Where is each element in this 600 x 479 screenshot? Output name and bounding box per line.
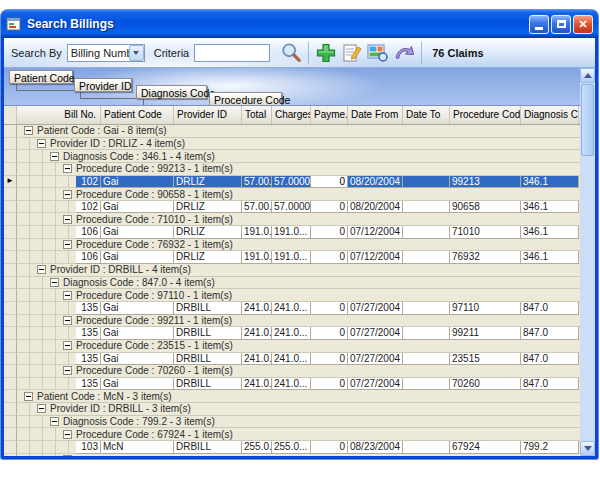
cell-date_from[interactable]: 08/20/2004 (348, 176, 403, 189)
cell-date_to[interactable] (403, 226, 450, 239)
group-row[interactable]: Provider ID : DRBILL - 4 item(s) (4, 264, 580, 277)
group-row[interactable]: Procedure Code : 23515 - 1 item(s) (4, 340, 580, 353)
cell-procedure_code[interactable]: 23515 (450, 353, 521, 366)
table-row[interactable]: ►102GaiDRLIZ57.00...57.0000008/20/200499… (4, 176, 580, 189)
cell-diagnosis_code[interactable]: 346.1 (521, 226, 579, 239)
cell-diagnosis_code[interactable]: 847.0 (521, 327, 579, 340)
column-header-provider_id[interactable]: Provider ID (174, 106, 242, 124)
cell-total[interactable]: 241.0... (242, 327, 272, 340)
row-indicator[interactable] (4, 340, 17, 353)
cell-date_from[interactable]: 08/20/2004 (348, 201, 403, 214)
group-row[interactable]: Procedure Code : 99211 - 1 item(s) (4, 315, 580, 328)
cell-date_from[interactable]: 08/23/2004 (348, 441, 403, 454)
group-row-band[interactable]: Provider ID : DRBILL - 4 item(s) (37, 264, 580, 277)
table-row[interactable]: 106GaiDRLIZ191.0...191.0...007/12/200476… (4, 251, 580, 264)
cell-procedure_code[interactable]: 97110 (450, 302, 521, 315)
cell-payment[interactable]: 0 (311, 353, 348, 366)
collapse-icon[interactable] (50, 417, 59, 426)
cell-date_to[interactable] (403, 353, 450, 366)
group-box-procedure-code[interactable]: Procedure Code (209, 92, 282, 106)
cell-procedure_code[interactable]: 76932 (450, 251, 521, 264)
cell-patient_code[interactable]: Gai (101, 353, 174, 366)
column-header-total[interactable]: Total (242, 106, 272, 124)
collapse-icon[interactable] (50, 152, 59, 161)
row-indicator[interactable] (4, 201, 17, 214)
cell-procedure_code[interactable]: 70260 (450, 378, 521, 391)
cell-charges[interactable]: 241.0... (272, 378, 311, 391)
row-indicator[interactable] (4, 251, 17, 264)
group-row[interactable]: Diagnosis Code : 346.1 - 4 item(s) (4, 150, 580, 163)
criteria-input[interactable] (194, 44, 270, 62)
collapse-icon[interactable] (37, 404, 46, 413)
cell-date_from[interactable]: 07/27/2004 (348, 302, 403, 315)
table-row[interactable]: 135GaiDRBILL241.0...241.0...007/27/20047… (4, 378, 580, 391)
cell-procedure_code[interactable]: 71010 (450, 226, 521, 239)
cell-date_to[interactable] (403, 176, 450, 189)
collapse-icon[interactable] (37, 139, 46, 148)
collapse-icon[interactable] (24, 126, 33, 135)
vertical-scrollbar[interactable] (580, 68, 595, 456)
search-by-dropdown[interactable]: Billing Number (67, 44, 145, 62)
post-claims-button[interactable] (391, 41, 417, 65)
row-indicator[interactable] (4, 416, 17, 429)
cell-bill_no[interactable]: 102 (76, 201, 101, 214)
cell-procedure_code[interactable]: 99213 (450, 176, 521, 189)
group-row[interactable]: Procedure Code : 76932 - 1 item(s) (4, 239, 580, 252)
cell-date_from[interactable]: 07/12/2004 (348, 226, 403, 239)
group-row[interactable]: Procedure Code : 99213 - 1 item(s) (4, 163, 580, 176)
group-row[interactable] (4, 454, 580, 456)
group-row[interactable]: Patient Code : Gai - 8 item(s) (4, 125, 580, 138)
cell-payment[interactable]: 0 (311, 302, 348, 315)
row-indicator[interactable] (4, 390, 17, 403)
group-row[interactable]: Procedure Code : 70260 - 1 item(s) (4, 365, 580, 378)
cell-diagnosis_code[interactable]: 847.0 (521, 353, 579, 366)
group-row-band[interactable]: Procedure Code : 97110 - 1 item(s) (63, 289, 580, 302)
cell-provider_id[interactable]: DRLIZ (174, 201, 242, 214)
row-indicator[interactable] (4, 403, 17, 416)
cell-patient_code[interactable]: Gai (101, 226, 174, 239)
dropdown-button[interactable] (129, 45, 144, 61)
cell-date_to[interactable] (403, 251, 450, 264)
cell-date_from[interactable]: 07/27/2004 (348, 353, 403, 366)
cell-patient_code[interactable]: Gai (101, 302, 174, 315)
cell-bill_no[interactable]: 135 (76, 302, 101, 315)
row-indicator[interactable] (4, 289, 17, 302)
cell-date_to[interactable] (403, 378, 450, 391)
search-button[interactable] (278, 41, 304, 65)
cell-bill_no[interactable]: 135 (76, 378, 101, 391)
group-row-band[interactable]: Procedure Code : 70260 - 1 item(s) (63, 365, 580, 378)
group-row-band[interactable]: Procedure Code : 76932 - 1 item(s) (63, 239, 580, 252)
row-indicator[interactable] (4, 264, 17, 277)
cell-payment[interactable]: 0 (311, 378, 348, 391)
cell-payment-editor[interactable]: 0 (311, 176, 348, 189)
cell-patient_code[interactable]: Gai (101, 327, 174, 340)
collapse-icon[interactable] (50, 278, 59, 287)
cell-diagnosis_code[interactable]: 346.1 (521, 251, 579, 264)
cell-total[interactable]: 191.0... (242, 251, 272, 264)
cell-total[interactable]: 57.00... (242, 201, 272, 214)
cell-date_from[interactable]: 07/12/2004 (348, 251, 403, 264)
cell-procedure_code[interactable]: 90658 (450, 201, 521, 214)
group-row[interactable]: Procedure Code : 71010 - 1 item(s) (4, 213, 580, 226)
cell-bill_no[interactable]: 135 (76, 327, 101, 340)
group-row[interactable]: Diagnosis Code : 847.0 - 4 item(s) (4, 277, 580, 290)
cell-payment[interactable]: 0 (311, 251, 348, 264)
cell-diagnosis_code[interactable]: 799.2 (521, 441, 579, 454)
collapse-icon[interactable] (63, 190, 72, 199)
column-header-bill_no[interactable]: Bill No. (17, 106, 101, 124)
cell-diagnosis_code[interactable]: 346.1 (521, 201, 579, 214)
cell-date_to[interactable] (403, 441, 450, 454)
group-row-band[interactable]: Patient Code : Gai - 8 item(s) (24, 125, 580, 138)
collapse-icon[interactable] (63, 316, 72, 325)
collapse-icon[interactable] (63, 164, 72, 173)
cell-provider_id[interactable]: DRBILL (174, 378, 242, 391)
cell-bill_no[interactable]: 135 (76, 353, 101, 366)
cell-payment[interactable]: 0 (311, 327, 348, 340)
cell-charges[interactable]: 241.0... (272, 302, 311, 315)
row-indicator[interactable] (4, 125, 17, 138)
group-row-band[interactable]: Procedure Code : 23515 - 1 item(s) (63, 340, 580, 353)
group-box-patient-code[interactable]: Patient Code (9, 70, 73, 84)
row-indicator[interactable]: ► (4, 176, 17, 189)
edit-claim-button[interactable] (339, 41, 365, 65)
cell-date_to[interactable] (403, 327, 450, 340)
